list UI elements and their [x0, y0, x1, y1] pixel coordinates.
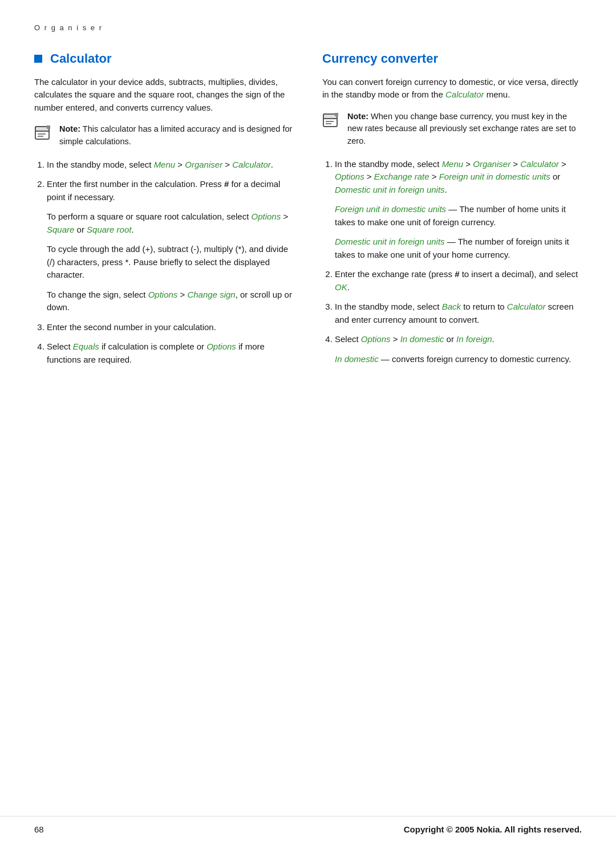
cstep1-sep5: >: [429, 172, 439, 181]
sign-options-link: Options: [148, 290, 178, 299]
svg-marker-2: [47, 125, 50, 129]
page-container: O r g a n i s e r Calculator The calcula…: [0, 0, 616, 853]
calculator-title: Calculator: [34, 50, 294, 68]
currency-title: Currency converter: [322, 50, 582, 68]
calculator-title-text: Calculator: [50, 50, 112, 68]
def1-term: Foreign unit in domestic units: [335, 204, 446, 214]
sub-sep: >: [281, 212, 288, 221]
currency-note-body: When you change base currency, you must …: [347, 112, 576, 146]
calculator-intro: The calculator in your device adds, subt…: [34, 76, 294, 115]
cstep3-back-link: Back: [442, 302, 461, 311]
currency-calculator-link: Calculator: [445, 90, 484, 99]
cstep2-ok-link: OK: [335, 282, 347, 292]
calculator-step-2: Enter the first number in the calculatio…: [47, 178, 294, 204]
currency-intro: You can convert foreign currency to dome…: [322, 76, 582, 101]
organiser-label: O r g a n i s e r: [34, 23, 582, 34]
currency-step-4: Select Options > In domestic or In forei…: [335, 333, 582, 346]
step4-text-before: Select: [47, 342, 73, 351]
title-square-icon: [34, 55, 42, 63]
note-bold-label: Note:: [59, 124, 80, 133]
step1-link-menu: Menu: [154, 160, 176, 169]
step1-sep1: >: [175, 160, 185, 169]
cstep1-before: In the standby mode, select: [335, 159, 442, 169]
cstep4-options-link: Options: [361, 334, 391, 344]
step1-end: .: [271, 160, 273, 169]
cstep1-sep4: >: [364, 172, 374, 181]
final-rest: — converts foreign currency to domestic …: [379, 354, 571, 364]
cstep1-sep2: >: [510, 159, 520, 169]
currency-intro-after: menu.: [484, 90, 510, 99]
two-column-layout: Calculator The calculator in your device…: [34, 50, 582, 373]
currency-section: Currency converter You can convert forei…: [322, 50, 582, 373]
cstep3-before: In the standby mode, select: [335, 302, 442, 311]
cstep4-indomestic-link: In domestic: [400, 334, 444, 344]
calculator-note-text: Note: This calculator has a limited accu…: [59, 123, 294, 148]
sub-end: .: [131, 225, 133, 234]
cstep1-menu-link: Menu: [442, 159, 464, 169]
currency-note-icon: [322, 112, 341, 130]
def2-term: Domestic unit in foreign units: [335, 237, 445, 246]
sign-sep: >: [177, 290, 187, 299]
cstep4-sep: >: [391, 334, 400, 344]
cstep1-sep3: >: [559, 159, 566, 169]
cstep1-options-link: Options: [335, 172, 364, 181]
calculator-note-box: Note: This calculator has a limited accu…: [34, 123, 294, 148]
step4-mid: if calculation is complete or: [99, 342, 206, 351]
currency-steps-2: Enter the exchange rate (press # to inse…: [322, 268, 582, 346]
cstep3-calculator-link: Calculator: [507, 302, 546, 311]
cstep1-exchangerate-link: Exchange rate: [374, 172, 429, 181]
cstep4-after: .: [492, 334, 495, 344]
calculator-steps-2: Enter the second number in your calculat…: [34, 321, 294, 367]
step3-text: Enter the second number in your calculat…: [47, 322, 216, 332]
currency-steps-1: In the standby mode, select Menu > Organ…: [322, 158, 582, 197]
currency-note-text: Note: When you change base currency, you…: [347, 111, 582, 148]
cstep2-before: Enter the exchange rate (press # to inse…: [335, 269, 578, 279]
cstep1-domestic-link: Domestic unit in foreign units: [335, 185, 445, 194]
calculator-section: Calculator The calculator in your device…: [34, 50, 294, 373]
def1-dash: —: [446, 204, 457, 214]
copyright-text: Copyright © 2005 Nokia. All rights reser…: [404, 823, 582, 836]
cstep1-after: .: [445, 185, 447, 194]
sign-changesign-link: Change sign: [187, 290, 235, 299]
step1-sep2: >: [222, 160, 232, 169]
final-para: In domestic — converts foreign currency …: [322, 353, 582, 366]
sub-options-link: Options: [252, 212, 281, 221]
step1-link-organiser: Organiser: [185, 160, 222, 169]
def2-para: Domestic unit in foreign units — The num…: [322, 235, 582, 261]
calculator-step-3: Enter the second number in your calculat…: [47, 321, 294, 334]
final-term: In domestic: [335, 354, 379, 364]
cstep1-organiser-link: Organiser: [473, 159, 510, 169]
cstep2-after: .: [347, 282, 350, 292]
sub-para-square: To perform a square or square root calcu…: [34, 210, 294, 236]
calculator-step-4: Select Equals if calculation is complete…: [47, 340, 294, 366]
cstep4-or: or: [444, 334, 456, 344]
currency-title-text: Currency converter: [322, 50, 438, 68]
cstep1-or: or: [550, 172, 561, 181]
sign-text-before: To change the sign, select: [47, 290, 148, 299]
currency-step-3: In the standby mode, select Back to retu…: [335, 300, 582, 326]
page-number: 68: [34, 823, 44, 836]
currency-step-1: In the standby mode, select Menu > Organ…: [335, 158, 582, 197]
calculator-steps-1: In the standby mode, select Menu > Organ…: [34, 159, 294, 204]
cstep1-calculator-link: Calculator: [520, 159, 559, 169]
step1-link-calculator: Calculator: [232, 160, 271, 169]
def2-dash: —: [445, 237, 456, 246]
sub-or: or: [74, 225, 87, 234]
step4-options-link: Options: [206, 342, 236, 351]
currency-note-bold: Note:: [347, 112, 368, 121]
calculator-step-1: In the standby mode, select Menu > Organ…: [47, 159, 294, 172]
cstep4-before: Select: [335, 334, 361, 344]
sub-para-square-text-before: To perform a square or square root calcu…: [47, 212, 252, 221]
currency-note-box: Note: When you change base currency, you…: [322, 111, 582, 148]
sub-square-link: Square: [47, 225, 74, 234]
step4-equals-link: Equals: [73, 342, 99, 351]
svg-marker-7: [335, 113, 338, 116]
cstep1-sep1: >: [463, 159, 473, 169]
currency-step-2: Enter the exchange rate (press # to inse…: [335, 268, 582, 294]
sub-para-cycle: To cycle through the add (+), subtract (…: [34, 243, 294, 282]
cstep1-foreign-link: Foreign unit in domestic units: [439, 172, 550, 181]
cstep3-mid: to return to: [461, 302, 507, 311]
note-body: This calculator has a limited accuracy a…: [59, 124, 292, 146]
step2-text: Enter the first number in the calculatio…: [47, 179, 280, 202]
cstep4-inforeign-link: In foreign: [456, 334, 492, 344]
